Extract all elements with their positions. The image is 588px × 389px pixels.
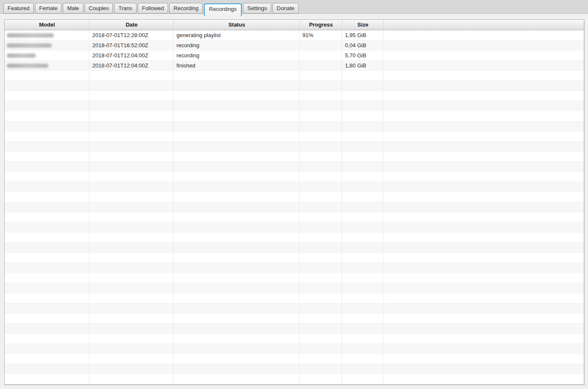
cell-progress <box>299 303 342 313</box>
cell-progress <box>299 101 342 111</box>
empty-row <box>5 81 584 91</box>
cell-filler <box>383 324 584 333</box>
cell-size <box>342 182 383 192</box>
cell-date <box>89 223 174 232</box>
cell-status <box>174 263 299 273</box>
cell-status <box>174 324 299 333</box>
cell-size <box>342 314 383 323</box>
cell-status <box>174 374 299 384</box>
cell-model <box>5 293 89 303</box>
cell-size <box>342 91 383 101</box>
cell-progress <box>299 354 342 364</box>
cell-size <box>342 212 383 222</box>
empty-row <box>5 334 584 344</box>
cell-model <box>5 30 89 40</box>
recordings-table: ModelDateStatusProgressSize 2018-07-01T1… <box>4 19 584 385</box>
cell-progress <box>299 162 342 172</box>
cell-model <box>5 303 89 313</box>
cell-date <box>89 81 174 91</box>
cell-date <box>89 293 174 303</box>
cell-model <box>5 51 89 60</box>
cell-filler <box>383 30 584 40</box>
cell-date <box>89 324 174 333</box>
tab-settings[interactable]: Settings <box>243 3 271 13</box>
cell-status <box>174 293 299 303</box>
cell-filler <box>383 273 584 283</box>
cell-date: 2018-07-01T16:52:00Z <box>89 40 174 50</box>
cell-size <box>342 263 383 273</box>
cell-progress <box>299 324 342 333</box>
cell-filler <box>383 101 584 111</box>
cell-date <box>89 162 174 172</box>
tab-recordings[interactable]: Recordings <box>204 3 242 16</box>
cell-filler <box>383 142 584 151</box>
table-row[interactable]: 2018-07-01T12:04:00Zfinished1,80 GiB <box>5 61 584 71</box>
cell-filler <box>383 253 584 263</box>
tab-male[interactable]: Male <box>63 3 83 13</box>
cell-status: recording <box>174 40 299 50</box>
table-row[interactable]: 2018-07-01T16:52:00Zrecording0,04 GiB <box>5 40 584 51</box>
cell-progress <box>299 131 342 141</box>
cell-size <box>342 253 383 263</box>
cell-model <box>5 374 89 384</box>
column-header-model[interactable]: Model <box>5 20 89 30</box>
column-header-status[interactable]: Status <box>174 20 299 30</box>
cell-model <box>5 253 89 263</box>
cell-status <box>174 91 299 101</box>
tab-bar: FeaturedFemaleMaleCouplesTransFollowedRe… <box>0 0 588 14</box>
table-row[interactable]: 2018-07-01T12:04:00Zrecording5,70 GiB <box>5 51 584 61</box>
cell-date <box>89 71 174 80</box>
column-header-date[interactable]: Date <box>89 20 174 30</box>
column-header-size[interactable]: Size <box>342 20 383 30</box>
cell-date <box>89 212 174 222</box>
cell-model <box>5 314 89 323</box>
cell-status <box>174 152 299 161</box>
table-row[interactable]: 2018-07-01T12:28:00Zgenerating playlist9… <box>5 30 584 40</box>
empty-row <box>5 253 584 263</box>
cell-filler <box>383 303 584 313</box>
cell-status <box>174 273 299 283</box>
column-header-filler <box>383 20 584 30</box>
cell-model <box>5 162 89 172</box>
tab-female[interactable]: Female <box>35 3 61 13</box>
cell-date <box>89 374 174 384</box>
cell-status <box>174 172 299 182</box>
cell-filler <box>383 374 584 384</box>
tab-trans[interactable]: Trans <box>114 3 136 13</box>
cell-size <box>342 233 383 242</box>
cell-progress <box>299 172 342 182</box>
cell-progress <box>299 121 342 131</box>
empty-row <box>5 212 584 223</box>
cell-model <box>5 283 89 293</box>
cell-status <box>174 131 299 141</box>
empty-row <box>5 283 584 293</box>
content-area: ModelDateStatusProgressSize 2018-07-01T1… <box>0 14 588 389</box>
tab-featured[interactable]: Featured <box>3 3 34 13</box>
cell-model <box>5 131 89 141</box>
cell-status <box>174 354 299 364</box>
tab-followed[interactable]: Followed <box>138 3 168 13</box>
cell-filler <box>383 334 584 343</box>
tab-recording[interactable]: Recording <box>169 3 203 13</box>
cell-progress <box>299 223 342 232</box>
cell-size <box>342 283 383 293</box>
cell-status <box>174 334 299 343</box>
cell-size <box>342 273 383 283</box>
cell-filler <box>383 314 584 323</box>
cell-progress <box>299 233 342 242</box>
cell-status <box>174 182 299 192</box>
empty-row <box>5 172 584 182</box>
column-header-progress[interactable]: Progress <box>299 20 342 30</box>
tab-donate[interactable]: Donate <box>273 3 299 13</box>
empty-row <box>5 303 584 314</box>
cell-filler <box>383 212 584 222</box>
cell-status <box>174 162 299 172</box>
tab-couples[interactable]: Couples <box>85 3 113 13</box>
cell-model <box>5 212 89 222</box>
cell-model <box>5 91 89 101</box>
cell-model <box>5 243 89 252</box>
cell-date <box>89 91 174 101</box>
cell-filler <box>383 91 584 101</box>
cell-size <box>342 101 383 111</box>
cell-filler <box>383 202 584 212</box>
